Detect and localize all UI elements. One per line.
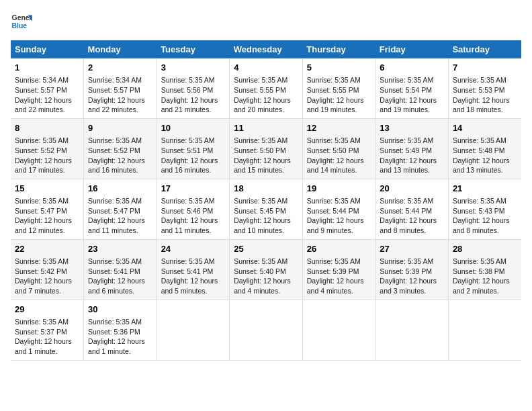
logo-icon: General Blue: [11, 11, 32, 32]
calendar-cell: 9Sunrise: 5:35 AMSunset: 5:52 PMDaylight…: [84, 118, 157, 179]
cell-content: Sunrise: 5:35 AMSunset: 5:52 PMDaylight:…: [88, 136, 152, 175]
calendar-cell: 19Sunrise: 5:35 AMSunset: 5:44 PMDayligh…: [302, 179, 375, 239]
cell-content: Sunrise: 5:35 AMSunset: 5:48 PMDaylight:…: [453, 136, 517, 175]
day-number: 27: [380, 243, 444, 255]
day-number: 8: [15, 122, 79, 134]
day-number: 5: [307, 62, 371, 74]
calendar-cell: 6Sunrise: 5:35 AMSunset: 5:54 PMDaylight…: [375, 58, 449, 118]
cell-content: Sunrise: 5:35 AMSunset: 5:39 PMDaylight:…: [380, 257, 444, 296]
day-number: 9: [88, 122, 152, 134]
calendar-cell: 22Sunrise: 5:35 AMSunset: 5:42 PMDayligh…: [11, 239, 84, 300]
calendar-cell: 2Sunrise: 5:34 AMSunset: 5:57 PMDaylight…: [84, 58, 157, 118]
header-thursday: Thursday: [302, 40, 375, 58]
calendar-cell: 12Sunrise: 5:35 AMSunset: 5:50 PMDayligh…: [302, 118, 375, 179]
day-number: 19: [307, 183, 371, 195]
header-friday: Friday: [375, 40, 449, 58]
calendar-week-row: 8Sunrise: 5:35 AMSunset: 5:52 PMDaylight…: [11, 118, 521, 179]
calendar-cell: 21Sunrise: 5:35 AMSunset: 5:43 PMDayligh…: [448, 179, 521, 239]
calendar-cell: 13Sunrise: 5:35 AMSunset: 5:49 PMDayligh…: [375, 118, 449, 179]
header-saturday: Saturday: [448, 40, 521, 58]
cell-content: Sunrise: 5:34 AMSunset: 5:57 PMDaylight:…: [88, 75, 152, 115]
calendar-table: SundayMondayTuesdayWednesdayThursdayFrid…: [11, 40, 521, 361]
cell-content: Sunrise: 5:35 AMSunset: 5:53 PMDaylight:…: [453, 75, 517, 115]
cell-content: Sunrise: 5:35 AMSunset: 5:56 PMDaylight:…: [161, 75, 226, 115]
cell-content: Sunrise: 5:34 AMSunset: 5:57 PMDaylight:…: [15, 75, 79, 115]
cell-content: Sunrise: 5:35 AMSunset: 5:55 PMDaylight:…: [234, 75, 298, 115]
header-monday: Monday: [84, 40, 157, 58]
cell-content: Sunrise: 5:35 AMSunset: 5:39 PMDaylight:…: [307, 257, 371, 296]
calendar-cell: 10Sunrise: 5:35 AMSunset: 5:51 PMDayligh…: [157, 118, 230, 179]
day-number: 17: [161, 183, 226, 195]
day-number: 18: [234, 183, 298, 195]
day-number: 29: [15, 304, 79, 316]
calendar-cell: 30Sunrise: 5:35 AMSunset: 5:36 PMDayligh…: [84, 300, 157, 360]
calendar-cell: 7Sunrise: 5:35 AMSunset: 5:53 PMDaylight…: [448, 58, 521, 118]
cell-content: Sunrise: 5:35 AMSunset: 5:41 PMDaylight:…: [161, 257, 226, 296]
svg-text:Blue: Blue: [12, 22, 28, 30]
calendar-cell: [230, 300, 303, 360]
calendar-week-row: 22Sunrise: 5:35 AMSunset: 5:42 PMDayligh…: [11, 239, 521, 300]
cell-content: Sunrise: 5:35 AMSunset: 5:47 PMDaylight:…: [88, 196, 152, 236]
header-tuesday: Tuesday: [157, 40, 230, 58]
day-number: 15: [15, 183, 79, 195]
calendar-cell: 1Sunrise: 5:34 AMSunset: 5:57 PMDaylight…: [11, 58, 84, 118]
calendar-cell: 14Sunrise: 5:35 AMSunset: 5:48 PMDayligh…: [448, 118, 521, 179]
day-number: 11: [234, 122, 298, 134]
day-number: 3: [161, 62, 226, 74]
calendar-cell: [157, 300, 230, 360]
day-number: 6: [380, 62, 444, 74]
calendar-cell: [448, 300, 521, 360]
day-number: 4: [234, 62, 298, 74]
cell-content: Sunrise: 5:35 AMSunset: 5:50 PMDaylight:…: [234, 136, 298, 175]
calendar-cell: 25Sunrise: 5:35 AMSunset: 5:40 PMDayligh…: [230, 239, 303, 300]
cell-content: Sunrise: 5:35 AMSunset: 5:55 PMDaylight:…: [307, 75, 371, 115]
day-number: 7: [453, 62, 517, 74]
cell-content: Sunrise: 5:35 AMSunset: 5:36 PMDaylight:…: [88, 317, 152, 357]
cell-content: Sunrise: 5:35 AMSunset: 5:54 PMDaylight:…: [380, 75, 444, 115]
calendar-cell: [375, 300, 449, 360]
page-header: General Blue: [11, 11, 521, 32]
calendar-cell: 28Sunrise: 5:35 AMSunset: 5:38 PMDayligh…: [448, 239, 521, 300]
header-wednesday: Wednesday: [230, 40, 303, 58]
day-number: 28: [453, 243, 517, 255]
calendar-week-row: 15Sunrise: 5:35 AMSunset: 5:47 PMDayligh…: [11, 179, 521, 239]
logo: General Blue: [11, 11, 35, 32]
cell-content: Sunrise: 5:35 AMSunset: 5:45 PMDaylight:…: [234, 196, 298, 236]
day-number: 24: [161, 243, 226, 255]
day-number: 20: [380, 183, 444, 195]
cell-content: Sunrise: 5:35 AMSunset: 5:43 PMDaylight:…: [453, 196, 517, 236]
cell-content: Sunrise: 5:35 AMSunset: 5:44 PMDaylight:…: [380, 196, 444, 236]
calendar-cell: 18Sunrise: 5:35 AMSunset: 5:45 PMDayligh…: [230, 179, 303, 239]
day-number: 12: [307, 122, 371, 134]
calendar-cell: 23Sunrise: 5:35 AMSunset: 5:41 PMDayligh…: [84, 239, 157, 300]
calendar-cell: [302, 300, 375, 360]
cell-content: Sunrise: 5:35 AMSunset: 5:41 PMDaylight:…: [88, 257, 152, 296]
calendar-cell: 5Sunrise: 5:35 AMSunset: 5:55 PMDaylight…: [302, 58, 375, 118]
calendar-cell: 4Sunrise: 5:35 AMSunset: 5:55 PMDaylight…: [230, 58, 303, 118]
calendar-header-row: SundayMondayTuesdayWednesdayThursdayFrid…: [11, 40, 521, 58]
cell-content: Sunrise: 5:35 AMSunset: 5:44 PMDaylight:…: [307, 196, 371, 236]
day-number: 26: [307, 243, 371, 255]
day-number: 16: [88, 183, 152, 195]
day-number: 13: [380, 122, 444, 134]
cell-content: Sunrise: 5:35 AMSunset: 5:51 PMDaylight:…: [161, 136, 226, 175]
day-number: 25: [234, 243, 298, 255]
cell-content: Sunrise: 5:35 AMSunset: 5:50 PMDaylight:…: [307, 136, 371, 175]
day-number: 23: [88, 243, 152, 255]
calendar-cell: 8Sunrise: 5:35 AMSunset: 5:52 PMDaylight…: [11, 118, 84, 179]
cell-content: Sunrise: 5:35 AMSunset: 5:38 PMDaylight:…: [453, 257, 517, 296]
calendar-cell: 24Sunrise: 5:35 AMSunset: 5:41 PMDayligh…: [157, 239, 230, 300]
cell-content: Sunrise: 5:35 AMSunset: 5:49 PMDaylight:…: [380, 136, 444, 175]
calendar-cell: 15Sunrise: 5:35 AMSunset: 5:47 PMDayligh…: [11, 179, 84, 239]
day-number: 1: [15, 62, 79, 74]
cell-content: Sunrise: 5:35 AMSunset: 5:46 PMDaylight:…: [161, 196, 226, 236]
calendar-cell: 26Sunrise: 5:35 AMSunset: 5:39 PMDayligh…: [302, 239, 375, 300]
calendar-cell: 27Sunrise: 5:35 AMSunset: 5:39 PMDayligh…: [375, 239, 449, 300]
calendar-cell: 29Sunrise: 5:35 AMSunset: 5:37 PMDayligh…: [11, 300, 84, 360]
day-number: 14: [453, 122, 517, 134]
header-sunday: Sunday: [11, 40, 84, 58]
calendar-cell: 20Sunrise: 5:35 AMSunset: 5:44 PMDayligh…: [375, 179, 449, 239]
day-number: 10: [161, 122, 226, 134]
calendar-cell: 17Sunrise: 5:35 AMSunset: 5:46 PMDayligh…: [157, 179, 230, 239]
day-number: 30: [88, 304, 152, 316]
